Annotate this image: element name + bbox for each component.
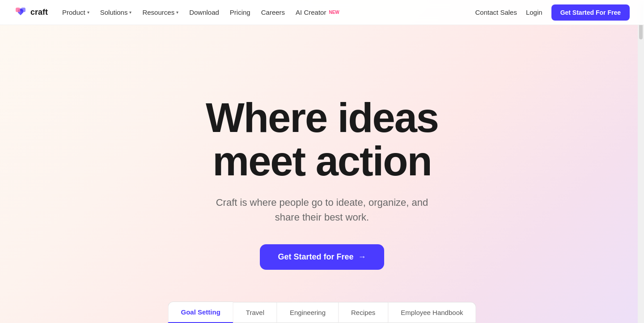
logo-text: craft bbox=[30, 8, 48, 17]
nav-left: craft Product ▾ Solutions ▾ Resources ▾ … bbox=[14, 6, 339, 19]
hero-section: Where ideas meet action Craft is where p… bbox=[0, 0, 644, 323]
nav-link-solutions[interactable]: Solutions ▾ bbox=[100, 8, 132, 16]
chevron-down-icon: ▾ bbox=[87, 10, 89, 15]
tab-recipes[interactable]: Recipes bbox=[339, 302, 388, 323]
nav-links: Product ▾ Solutions ▾ Resources ▾ Downlo… bbox=[62, 8, 339, 16]
hero-content: Where ideas meet action Craft is where p… bbox=[197, 69, 447, 279]
nav-link-careers[interactable]: Careers bbox=[261, 8, 285, 16]
svg-rect-1 bbox=[16, 8, 20, 12]
nav-link-resources[interactable]: Resources ▾ bbox=[142, 8, 178, 16]
nav-right: Contact Sales Login Get Started For Free bbox=[475, 4, 630, 21]
nav-link-product[interactable]: Product ▾ bbox=[62, 8, 89, 16]
logo[interactable]: craft bbox=[14, 6, 48, 19]
hero-cta-button[interactable]: Get Started for Free → bbox=[260, 244, 384, 270]
hero-title: Where ideas meet action bbox=[206, 96, 438, 183]
nav-cta-button[interactable]: Get Started For Free bbox=[551, 4, 630, 21]
navbar: craft Product ▾ Solutions ▾ Resources ▾ … bbox=[0, 0, 644, 25]
arrow-icon: → bbox=[358, 252, 366, 262]
chevron-down-icon: ▾ bbox=[176, 10, 178, 15]
tab-engineering[interactable]: Engineering bbox=[277, 302, 339, 323]
login-link[interactable]: Login bbox=[526, 8, 542, 16]
chevron-down-icon: ▾ bbox=[129, 10, 131, 15]
nav-link-ai-creator[interactable]: AI Creator NEW bbox=[296, 8, 339, 16]
contact-sales-link[interactable]: Contact Sales bbox=[475, 8, 517, 16]
tabs-section: Goal Setting Travel Engineering Recipes … bbox=[168, 302, 476, 323]
tab-employee-handbook[interactable]: Employee Handbook bbox=[388, 302, 476, 323]
svg-rect-2 bbox=[21, 8, 25, 12]
tab-travel[interactable]: Travel bbox=[233, 302, 277, 323]
nav-link-pricing[interactable]: Pricing bbox=[230, 8, 250, 16]
craft-logo-icon bbox=[14, 6, 27, 19]
new-badge: NEW bbox=[329, 10, 339, 15]
hero-subtitle: Craft is where people go to ideate, orga… bbox=[206, 195, 438, 225]
scrollbar[interactable] bbox=[638, 0, 644, 323]
tab-goal-setting[interactable]: Goal Setting bbox=[168, 302, 233, 323]
nav-link-download[interactable]: Download bbox=[189, 8, 219, 16]
